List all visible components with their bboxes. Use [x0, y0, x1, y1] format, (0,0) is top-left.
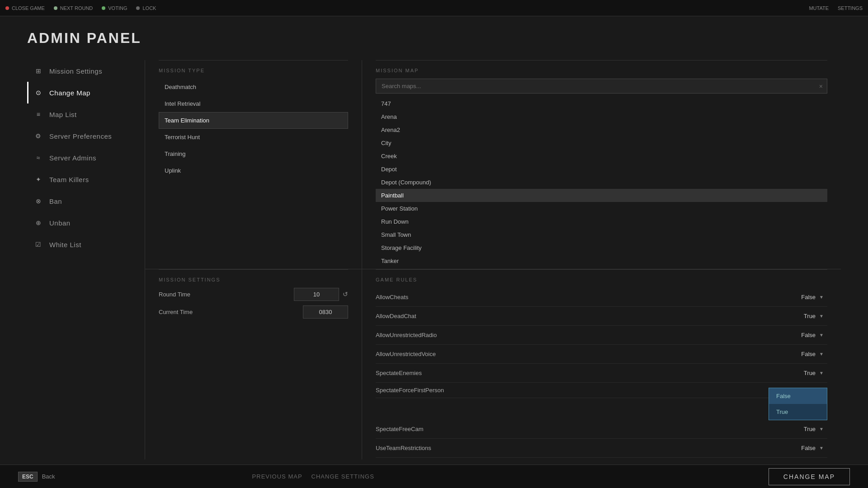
mutate-item[interactable]: MUTATE: [809, 5, 829, 11]
sidebar-item-map-list[interactable]: ≡ Map List: [27, 103, 145, 125]
round-time-label: Round Time: [159, 291, 294, 298]
current-time-label: Current Time: [159, 309, 303, 315]
map-item-power-station[interactable]: Power Station: [376, 202, 827, 215]
current-time-input[interactable]: [303, 305, 348, 319]
mission-type-section: MISSION TYPE Deathmatch Intel Retrieval …: [145, 60, 362, 269]
panel-main: MISSION TYPE Deathmatch Intel Retrieval …: [145, 60, 841, 460]
bottom-sections: MISSION SETTINGS Round Time ↺ Current Ti…: [145, 269, 841, 460]
allow-unrestricted-radio-dropdown[interactable]: False ▼: [773, 330, 827, 340]
mission-type-uplink[interactable]: Uplink: [159, 162, 348, 179]
mission-settings-label: MISSION SETTINGS: [159, 269, 348, 282]
next-round-item[interactable]: NEXT ROUND: [54, 5, 93, 11]
sidebar-item-ban[interactable]: ⊗ Ban: [27, 190, 145, 212]
lock-dot: [136, 6, 140, 10]
voting-label: VOTING: [108, 5, 127, 11]
white-list-icon: ☑: [34, 240, 43, 249]
close-game-item[interactable]: CLOSE GAME: [5, 5, 45, 11]
map-item-small-town[interactable]: Small Town: [376, 228, 827, 241]
sidebar-item-white-list[interactable]: ☑ White List: [27, 234, 145, 255]
settings-item[interactable]: SETTINGS: [838, 5, 863, 11]
map-item-city[interactable]: City: [376, 136, 827, 150]
round-time-row: Round Time ↺: [159, 288, 348, 301]
allow-unrestricted-radio-arrow-icon: ▼: [819, 333, 824, 338]
close-game-label: CLOSE GAME: [12, 5, 45, 11]
map-item-tanker[interactable]: Tanker: [376, 254, 827, 267]
mission-type-terrorist-hunt[interactable]: Terrorist Hunt: [159, 129, 348, 145]
change-settings-action[interactable]: CHANGE SETTINGS: [311, 473, 374, 480]
map-search-container: ×: [376, 79, 827, 94]
lock-item[interactable]: LOCK: [136, 5, 156, 11]
top-sections: MISSION TYPE Deathmatch Intel Retrieval …: [145, 60, 841, 269]
mission-type-training[interactable]: Training: [159, 145, 348, 162]
layout: ⊞ Mission Settings ⊙ Change Map ≡ Map Li…: [27, 60, 841, 460]
previous-map-action[interactable]: PREVIOUS MAP: [252, 473, 302, 480]
round-time-refresh-icon[interactable]: ↺: [343, 291, 348, 298]
sidebar-label-white-list: White List: [49, 241, 81, 249]
allow-unrestricted-radio-row: AllowUnrestrictedRadio False ▼: [376, 326, 827, 345]
allow-cheats-dropdown[interactable]: False ▼: [773, 292, 827, 302]
voting-dot: [102, 6, 105, 10]
sidebar-item-unban[interactable]: ⊕ Unban: [27, 212, 145, 234]
spectate-force-option-true[interactable]: True: [769, 404, 827, 420]
sidebar-label-change-map: Change Map: [49, 89, 90, 97]
map-search-input[interactable]: [376, 79, 827, 94]
allow-dead-chat-value: True: [804, 313, 816, 319]
map-item-depot[interactable]: Depot: [376, 163, 827, 176]
mutate-label: MUTATE: [809, 5, 829, 11]
esc-back-button[interactable]: ESC Back: [18, 472, 55, 482]
sidebar: ⊞ Mission Settings ⊙ Change Map ≡ Map Li…: [27, 60, 145, 460]
spectate-free-cam-row: SpectateFreeCam True ▼: [376, 420, 827, 439]
allow-unrestricted-radio-label: AllowUnrestrictedRadio: [376, 332, 773, 338]
game-rules-label: GAME RULES: [376, 269, 827, 282]
allow-unrestricted-radio-value: False: [801, 332, 816, 338]
allow-unrestricted-voice-dropdown[interactable]: False ▼: [773, 349, 827, 359]
allow-unrestricted-voice-value: False: [801, 351, 816, 357]
allow-dead-chat-row: AllowDeadChat True ▼: [376, 307, 827, 326]
round-time-value: ↺: [294, 288, 348, 301]
map-item-run-down[interactable]: Run Down: [376, 215, 827, 228]
use-team-restrictions-value: False: [801, 445, 816, 451]
next-round-label: NEXT ROUND: [60, 5, 93, 11]
mission-type-team-elimination[interactable]: Team Elimination: [159, 112, 348, 129]
map-search-clear-button[interactable]: ×: [819, 83, 823, 90]
mission-type-intel-retrieval[interactable]: Intel Retrieval: [159, 95, 348, 112]
allow-dead-chat-dropdown[interactable]: True ▼: [773, 311, 827, 321]
sidebar-item-server-preferences[interactable]: ⚙ Server Preferences: [27, 125, 145, 147]
map-item-creek[interactable]: Creek: [376, 150, 827, 163]
settings-label: SETTINGS: [838, 5, 863, 11]
map-item-747[interactable]: 747: [376, 97, 827, 110]
allow-unrestricted-voice-arrow-icon: ▼: [819, 352, 824, 357]
mission-type-deathmatch[interactable]: Deathmatch: [159, 79, 348, 95]
unban-icon: ⊕: [34, 218, 43, 227]
change-map-icon: ⊙: [34, 88, 43, 97]
use-team-restrictions-dropdown[interactable]: False ▼: [773, 443, 827, 453]
change-map-button[interactable]: CHANGE MAP: [769, 468, 850, 485]
map-item-arena[interactable]: Arena: [376, 110, 827, 123]
sidebar-item-mission-settings[interactable]: ⊞ Mission Settings: [27, 60, 145, 82]
current-time-row: Current Time: [159, 305, 348, 319]
map-item-arena2[interactable]: Arena2: [376, 123, 827, 136]
spectate-enemies-dropdown[interactable]: True ▼: [773, 368, 827, 378]
mission-map-label: MISSION MAP: [376, 60, 827, 73]
spectate-free-cam-dropdown[interactable]: True ▼: [773, 424, 827, 434]
map-item-storage-facility[interactable]: Storage Facility: [376, 241, 827, 254]
voting-item[interactable]: VOTING: [102, 5, 127, 11]
sidebar-item-team-killers[interactable]: ✦ Team Killers: [27, 169, 145, 190]
ban-icon: ⊗: [34, 197, 43, 206]
bottom-bar: ESC Back PREVIOUS MAP CHANGE SETTINGS CH…: [0, 465, 868, 488]
main-content: ADMIN PANEL ⊞ Mission Settings ⊙ Change …: [0, 16, 868, 488]
sidebar-item-change-map[interactable]: ⊙ Change Map: [27, 82, 145, 103]
server-preferences-icon: ⚙: [34, 131, 43, 141]
map-item-paintball[interactable]: Paintball: [376, 189, 827, 202]
use-team-restrictions-label: UseTeamRestrictions: [376, 445, 773, 451]
current-time-value: [303, 305, 348, 319]
sidebar-item-server-admins[interactable]: ≈ Server Admins: [27, 147, 145, 169]
map-item-depot-compound[interactable]: Depot (Compound): [376, 176, 827, 189]
spectate-force-option-false[interactable]: False: [769, 388, 827, 404]
close-dot: [5, 6, 9, 10]
spectate-force-first-person-row: SpectateForceFirstPerson False True: [376, 383, 827, 398]
round-time-input[interactable]: [294, 288, 339, 301]
top-bar: CLOSE GAME NEXT ROUND VOTING LOCK MUTATE…: [0, 0, 868, 16]
use-team-restrictions-row: UseTeamRestrictions False ▼: [376, 439, 827, 458]
map-list: 747 Arena Arena2 City Creek Depot Depot …: [376, 97, 827, 267]
